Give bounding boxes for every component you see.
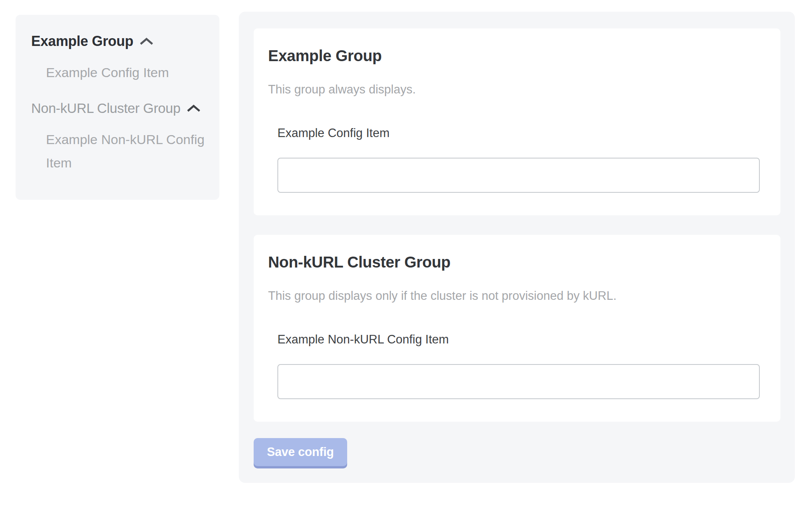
group-title: Non-kURL Cluster Group — [268, 253, 765, 271]
save-config-button[interactable]: Save config — [254, 438, 347, 466]
sidebar-group-label: Example Group — [31, 33, 133, 50]
sidebar-group-non-kurl-cluster-group[interactable]: Non-kURL Cluster Group — [31, 100, 201, 117]
config-group-card-example-group: Example Group This group always displays… — [254, 28, 780, 215]
config-item-input-example-non-kurl-config-item[interactable] — [277, 364, 760, 399]
chevron-up-icon — [139, 37, 154, 46]
config-nav-sidebar: Example Group Example Config Item Non-kU… — [16, 15, 219, 200]
config-item-label: Example Config Item — [277, 126, 765, 141]
sidebar-item-example-config-item[interactable]: Example Config Item — [46, 61, 205, 84]
config-item-input-example-config-item[interactable] — [277, 158, 760, 193]
config-item-label: Example Non-kURL Config Item — [277, 332, 765, 347]
config-group-card-non-kurl-cluster-group: Non-kURL Cluster Group This group displa… — [254, 235, 780, 422]
group-title: Example Group — [268, 46, 765, 65]
chevron-up-icon — [187, 104, 201, 113]
sidebar-item-example-non-kurl-config-item[interactable]: Example Non-kURL Config Item — [46, 128, 205, 174]
config-panel: Example Group This group always displays… — [239, 12, 795, 483]
group-description: This group always displays. — [268, 82, 765, 97]
group-description: This group displays only if the cluster … — [268, 289, 765, 303]
sidebar-group-label: Non-kURL Cluster Group — [31, 100, 180, 117]
sidebar-group-example-group[interactable]: Example Group — [31, 33, 154, 50]
